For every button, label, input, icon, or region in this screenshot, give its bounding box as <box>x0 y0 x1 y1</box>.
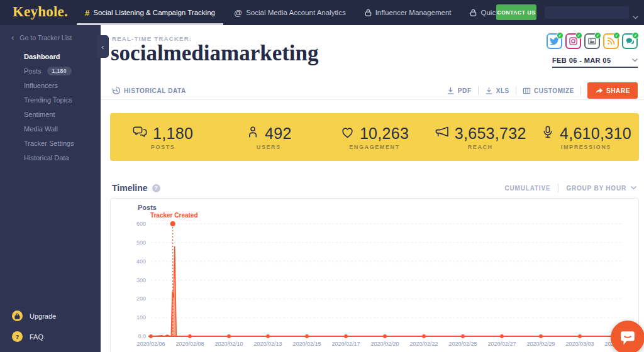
download-icon <box>485 87 493 95</box>
svg-text:2020/02/13: 2020/02/13 <box>253 341 282 347</box>
check-badge-icon: ✓ <box>594 32 601 39</box>
sidebar-item-posts[interactable]: Posts 1,180 <box>0 63 101 78</box>
svg-text:2020/02/20: 2020/02/20 <box>370 341 399 347</box>
lock-icon <box>12 311 23 321</box>
lock-icon <box>365 9 372 16</box>
sidebar-item-influencers[interactable]: Influencers <box>0 78 101 92</box>
source-twitter-icon[interactable]: ✓ <box>547 33 562 49</box>
history-icon <box>112 86 121 95</box>
customize-button[interactable]: CUSTOMIZE <box>523 87 574 95</box>
svg-text:2020/02/15: 2020/02/15 <box>292 341 321 347</box>
svg-text:2020/03/03: 2020/03/03 <box>565 341 594 347</box>
group-by-dropdown[interactable]: GROUP BY HOUR <box>566 185 636 192</box>
cumulative-toggle[interactable]: CUMULATIVE <box>505 185 551 192</box>
user-icon <box>246 125 260 141</box>
collapse-sidebar-button[interactable]: ‹ <box>97 35 109 58</box>
chat-bubble-icon <box>619 329 636 346</box>
svg-text:2020/02/22: 2020/02/22 <box>409 341 438 347</box>
timeline-chart: 6005004003002001000.0Posts2020/02/062020… <box>111 199 638 352</box>
timeline-title: Timeline <box>112 183 148 193</box>
summary-stats-bar: 1,180 POSTS 492 USERS 10,263 ENGAGEMENT … <box>110 113 639 161</box>
svg-text:2020/02/17: 2020/02/17 <box>331 341 360 347</box>
stat-label: ENGAGEMENT <box>349 144 400 150</box>
chat-bubbles-icon <box>133 124 148 142</box>
nav-item-social-listening-campaign-tracking[interactable]: #Social Listening & Campaign Tracking <box>75 0 225 25</box>
main-content: ‹ REAL-TIME TRACKER: socialmediamarketin… <box>101 25 644 352</box>
sidebar-item-media-wall[interactable]: Media Wall <box>0 121 101 136</box>
lock-icon <box>14 313 20 319</box>
stat-impressions: 4,610,310 IMPRESSIONS <box>533 113 639 161</box>
stat-label: IMPRESSIONS <box>561 144 611 150</box>
sidebar-footer-faq[interactable]: ? FAQ <box>0 326 101 347</box>
svg-text:0.0: 0.0 <box>138 333 146 339</box>
svg-text:300: 300 <box>136 277 146 283</box>
svg-text:Tracker Created: Tracker Created <box>150 212 198 219</box>
columns-icon <box>523 87 531 95</box>
stat-value: 4,610,310 <box>560 124 631 143</box>
source-filter-icons: ✓ ✓ ✓ ✓ ✓ <box>547 33 638 49</box>
divider <box>101 99 644 100</box>
keyhole-logo[interactable]: Keyhole. <box>13 4 68 20</box>
date-range-selector[interactable]: FEB 06 - MAR 05 <box>552 57 638 68</box>
at-icon: @ <box>234 8 242 18</box>
source-instagram-icon[interactable]: ✓ <box>565 33 581 49</box>
go-to-tracker-list-link[interactable]: ‹ Go to Tracker List <box>0 25 101 41</box>
sidebar-item-historical-data[interactable]: Historical Data <box>0 150 101 165</box>
check-badge-icon: ✓ <box>632 32 639 39</box>
svg-text:Posts: Posts <box>138 204 157 211</box>
source-forums-icon[interactable]: ✓ <box>622 33 638 49</box>
stat-value: 10,263 <box>360 124 409 143</box>
sidebar-footer-upgrade[interactable]: Upgrade <box>0 305 101 326</box>
stat-label: POSTS <box>151 144 175 150</box>
posts-count-badge: 1,180 <box>47 67 72 75</box>
help-icon[interactable]: ? <box>152 184 160 192</box>
hashtag-icon: # <box>85 8 89 18</box>
account-input[interactable] <box>545 6 629 19</box>
timeline-header: Timeline ? CUMULATIVE GROUP BY HOUR <box>112 183 636 193</box>
export-pdf-button[interactable]: PDF <box>447 87 472 95</box>
divider <box>478 86 479 95</box>
stat-value: 1,180 <box>153 124 193 143</box>
nav-item-influencer-management[interactable]: Influencer Management <box>355 0 461 25</box>
stat-reach: 3,653,732 REACH <box>428 113 533 161</box>
stat-users: 492 USERS <box>216 113 321 161</box>
microphone-icon <box>541 125 555 141</box>
svg-text:2020/02/08: 2020/02/08 <box>175 341 204 347</box>
primary-nav: #Social Listening & Campaign Tracking@So… <box>75 0 531 25</box>
svg-text:2020/02/25: 2020/02/25 <box>448 341 477 347</box>
check-badge-icon: ✓ <box>557 32 564 39</box>
sidebar-item-sentiment[interactable]: Sentiment <box>0 107 101 121</box>
sidebar: ‹ Go to Tracker List Dashboard Posts 1,1… <box>0 25 101 352</box>
lock-icon <box>470 9 477 16</box>
divider <box>580 86 581 95</box>
svg-text:2020/02/29: 2020/02/29 <box>526 341 555 347</box>
source-blogs-icon[interactable]: ✓ <box>603 33 619 49</box>
toolbar: HISTORICAL DATA PDF XLS <box>112 82 638 99</box>
check-badge-icon: ✓ <box>575 32 582 39</box>
stat-label: USERS <box>257 144 281 150</box>
megaphone-icon <box>435 124 450 142</box>
stat-engagement: 10,263 ENGAGEMENT <box>321 113 427 161</box>
divider <box>558 184 558 192</box>
date-range-label: FEB 06 - MAR 05 <box>552 57 611 64</box>
sidebar-item-trending-topics[interactable]: Trending Topics <box>0 92 101 107</box>
nav-item-social-media-account-analytics[interactable]: @Social Media Account Analytics <box>225 0 355 25</box>
historical-data-button[interactable]: HISTORICAL DATA <box>112 86 186 95</box>
sidebar-item-tracker-settings[interactable]: Tracker Settings <box>0 136 101 150</box>
chevron-down-icon[interactable] <box>633 11 638 22</box>
question-icon: ? <box>12 331 23 342</box>
svg-text:2020/02/10: 2020/02/10 <box>214 341 243 347</box>
check-badge-icon: ✓ <box>613 32 620 39</box>
share-button[interactable]: SHARE <box>587 82 638 99</box>
stat-label: REACH <box>468 144 493 150</box>
contact-us-button[interactable]: CONTACT US <box>496 4 536 20</box>
svg-text:2020/02/27: 2020/02/27 <box>487 341 516 347</box>
sidebar-item-dashboard[interactable]: Dashboard <box>0 49 101 63</box>
stat-value: 3,653,732 <box>455 124 526 143</box>
page-title: socialmediamarketing <box>111 41 319 66</box>
chat-launcher-button[interactable] <box>611 321 644 352</box>
stat-value: 492 <box>265 124 292 143</box>
export-xls-button[interactable]: XLS <box>485 87 509 95</box>
download-icon <box>447 87 455 95</box>
source-news-icon[interactable]: ✓ <box>584 33 600 49</box>
